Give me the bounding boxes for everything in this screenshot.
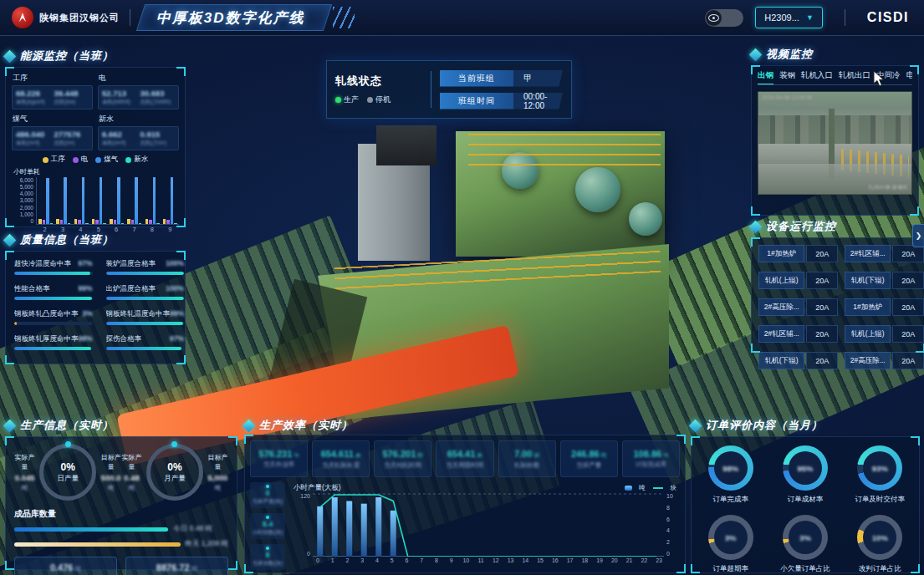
quality-bar-track [14,297,93,300]
quality-label: 装炉温度合格率 [106,259,156,269]
energy-group-name: 电 [99,73,179,84]
quality-item: 钢板终轧凸度命中率3% [14,309,93,325]
visibility-toggle[interactable] [705,9,743,27]
cisdi-logo: CISDI [867,10,909,25]
gauge-actual-value: 0.045 吨 [14,473,35,492]
video-tab-出钢[interactable]: 出钢 [758,70,773,81]
equipment-item: 2#轧区辅...20A [845,245,924,262]
panel-diamond-icon [689,419,702,432]
energy-bar [46,178,49,224]
energy-unit-label: 总耗(万m³) [140,140,176,147]
equipment-label: 轧机(下辊) [758,352,804,369]
quality-row: 性能合格率99% [14,284,93,294]
energy-bar-group [145,177,160,224]
energy-unit-label: 单耗(kgce/t) [16,99,51,106]
quality-item: 装炉温度合格率100% [106,259,185,275]
energy-value: 0.915 [140,130,176,139]
panel-diamond-icon [3,233,17,247]
energy-legend-label: 煤气 [104,155,118,165]
topbar-divider-2 [845,9,845,26]
hourly-chart-title: 小时产量(大板) [294,483,341,493]
efficiency-stat-tile: 576.231 %当天作业率 [250,440,308,477]
left-ytick: 120 [300,493,310,499]
quality-bar-track [106,272,185,275]
quality-bar-track [106,347,185,350]
energy-bar [114,220,117,224]
energy-bar [74,219,78,224]
efficiency-stat-label: 轧制块数 [514,461,539,470]
quality-bar-track [106,322,185,325]
inventory-bar [14,527,168,532]
inventory-box-unit: 吨 [190,565,198,572]
energy-group: 电52.71330.683单耗(kWh/t)总耗(万kWh) [98,72,179,109]
panel-collapse-handle[interactable]: ❯ [912,224,924,247]
video-tab-轧机入口[interactable]: 轧机入口 [801,70,833,81]
energy-bar [68,223,71,224]
efficiency-stat-tile: 576.201 秒当天纯轧时间 [374,440,431,477]
page-title: 中厚板3D数字化产线 [156,8,305,28]
video-tabs: 出钢装钢轧机入口轧机出口中间冷电加热 [758,70,912,85]
gauge-actual-unit: 吨 [22,485,28,491]
efficiency-stat-label: 当天间隙时间 [446,461,483,470]
quality-bar-track [14,272,93,275]
equipment-item: 2#高压除...20A [758,298,838,316]
orders-panel: 订单评价内容（当月） 98%订单完成率95%订单成材率93%订单及时交付率3%订… [691,416,920,573]
video-feed[interactable]: 2023-09-08 12:00:00 轧线出钢 摄像机 [758,91,912,195]
quality-percent: 3% [82,309,92,318]
equipment-item: 轧机(下辊)20A [845,272,924,289]
efficiency-stat-label: 当天作业率 [263,461,295,469]
equipment-item: 2#轧区辅...20A [758,325,838,343]
right-ytick: 4 [666,527,670,533]
energy-value: 30.683 [140,89,176,98]
shift-time-row: 班组时间 00:00-12:00 [440,93,563,109]
equipment-item: 轧机(上辊)20A [845,325,924,343]
hour-xtick: 17 [563,557,578,563]
quality-label: 钢板终轧温度命中率 [106,309,171,319]
quality-label: 超快冷温度命中率 [14,259,71,269]
energy-group: 煤气486.040277576单耗(m³/t)总耗(m³) [12,113,93,150]
camera-select-dropdown[interactable]: H2309... ▼ [755,7,823,28]
orders-panel-title: 订单评价内容（当月） [706,418,823,433]
equipment-label: 轧机(下辊) [845,272,891,289]
side-tile-label: 当班产量(吨) [253,498,283,506]
equipment-label: 2#高压除... [845,352,891,369]
order-donut-hole: 95% [789,451,822,485]
energy-legend-label: 新水 [134,155,148,165]
gauge-actual-unit: 吨 [129,485,135,491]
energy-bar [56,219,59,224]
quality-percent: 99% [170,309,184,318]
gauge-target-unit: 吨 [108,485,114,491]
order-donut: 95%订单成材率 [783,445,828,505]
video-tab-装钢[interactable]: 装钢 [779,70,795,81]
gauge-dot-icon [65,441,71,447]
energy-bar [145,219,149,224]
hour-xtick: 10 [459,557,474,563]
quality-label: 探伤合格率 [106,334,142,344]
top-bar: 陕钢集团汉钢公司 中厚板3D数字化产线 H2309... ▼ CISDI [0,0,924,36]
order-donut: 3%小欠量订单占比 [780,515,830,574]
energy-unit-label: 单耗(m³/t) [102,140,137,147]
inventory-bars: 今日 0.48 吨昨天 1,208 吨 [14,524,228,549]
inventory-box-unit: 吨 [73,565,81,572]
hour-xtick: 9 [444,557,459,563]
energy-value: 486.040 [16,130,51,139]
quality-row: 探伤合格率97% [106,334,185,344]
energy-bar-group [127,177,141,224]
video-tab-轧机出口[interactable]: 轧机出口 [839,70,870,81]
energy-bar [95,220,99,224]
energy-legend-label: 电 [81,155,89,165]
efficiency-stat-value: 654.41 米 [447,449,483,460]
legend-production: 生产 [335,94,359,105]
cyan-dot-icon [266,547,269,550]
right-ytick: 10 [666,493,673,499]
video-tab-中间冷[interactable]: 中间冷 [876,70,901,81]
topbar-divider [130,9,130,26]
side-tile-label: 小时块数(块) [253,529,283,537]
order-donut-label: 订单及时交付率 [855,495,906,505]
inventory-bar-label: 昨天 1,208 吨 [186,539,229,549]
video-tab-电加热[interactable]: 电加热 [906,70,913,81]
inventory-bar-row: 今日 0.48 吨 [14,524,228,534]
energy-ytick: 0 [30,218,33,224]
quality-row: 出炉温度合格率100% [106,284,185,294]
quality-item: 钢板终轧温度命中率99% [106,309,185,325]
